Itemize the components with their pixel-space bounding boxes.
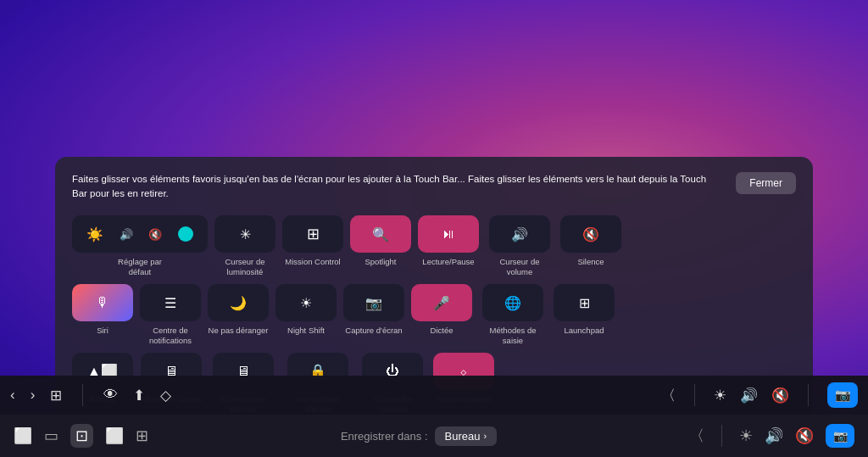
touch-bar-left: ‹ › ⊞ 👁 ⬆ ◇ (10, 384, 661, 406)
launchpad-icon: ⊞ (579, 295, 590, 311)
centre-notif-icon-box: ☰ (140, 284, 201, 321)
dnd-icon-box: 🌙 (208, 284, 269, 321)
view-icon-2[interactable]: ▭ (44, 426, 58, 445)
night-shift-icon: ☀ (300, 295, 312, 311)
view-icon-3[interactable]: ⊡ (70, 424, 93, 448)
launchpad-icon-box: ⊞ (554, 284, 615, 321)
item-label: Ne pas déranger (209, 326, 269, 336)
chevron-right-icon: › (483, 431, 487, 441)
item-curseur-volume[interactable]: 🔊 Curseur de volume (486, 215, 554, 277)
item-mission-control[interactable]: ⊞ Mission Control (282, 215, 343, 267)
cyan-dot (178, 226, 193, 242)
item-silence[interactable]: 🔇 Silence (560, 215, 621, 267)
item-lecture-pause[interactable]: ⏯ Lecture/Pause (418, 215, 479, 267)
item-siri[interactable]: 🎙 Siri (72, 284, 133, 336)
bureau-button[interactable]: Bureau › (435, 426, 498, 446)
separator (808, 384, 809, 406)
volume-icon[interactable]: 🔊 (740, 387, 758, 404)
camera-icon: 📷 (365, 295, 382, 311)
camera-tb-button[interactable]: 📷 (826, 424, 854, 448)
item-label: Lecture/Pause (422, 257, 474, 267)
item-ne-pas-deranger[interactable]: 🌙 Ne pas déranger (208, 284, 269, 336)
item-label: Launchpad (564, 326, 604, 336)
item-label: Capture d'écran (345, 326, 402, 336)
volume-icon: 🔊 (120, 228, 133, 241)
chevron-left-icon[interactable]: 〈 (661, 386, 676, 405)
spotlight-icon: 🔍 (372, 226, 389, 242)
item-night-shift[interactable]: ☀ Night Shift (275, 284, 337, 336)
bureau-label: Bureau (445, 430, 481, 443)
moon-icon: 🌙 (230, 295, 247, 311)
taskbar: ⬜ ▭ ⊡ ⬜ ⊞ Enregistrer dans : Bureau › 〈 … (0, 415, 868, 457)
curseur-volume-icon-box: 🔊 (489, 215, 550, 253)
item-launchpad[interactable]: ⊞ Launchpad (554, 284, 615, 336)
capture-icon-box: 📷 (343, 284, 404, 321)
siri-icon: 🎙 (96, 295, 109, 310)
mute-tb-icon[interactable]: 🔇 (795, 426, 814, 445)
row-2: 🎙 Siri ☰ Centre denotifications 🌙 Ne pas… (72, 284, 796, 346)
brightness-icon[interactable]: ☀ (714, 387, 726, 404)
dictee-icon-box: 🎤 (411, 284, 472, 321)
mute-icon: 🔇 (582, 226, 599, 242)
item-methodes-saisie[interactable]: 🌐 Méthodes de saisie (479, 284, 547, 346)
play-pause-icon: ⏯ (442, 226, 455, 242)
item-spotlight[interactable]: 🔍 Spotlight (350, 215, 411, 267)
notifications-icon: ☰ (164, 295, 176, 311)
row-1: ☀️ 🔊 🔇 Réglage par défaut ✳ Curseur delu… (72, 215, 796, 277)
grid-icon[interactable]: ⊞ (50, 387, 62, 404)
spotlight-icon-box: 🔍 (350, 215, 411, 253)
item-dictee[interactable]: 🎤 Dictée (411, 284, 472, 336)
forward-arrow-icon[interactable]: › (31, 387, 36, 404)
eye-icon[interactable]: 👁 (103, 387, 118, 404)
item-reglage-defaut[interactable]: ☀️ 🔊 🔇 Réglage par défaut (72, 215, 208, 277)
camera-button[interactable]: 📷 (827, 382, 858, 408)
item-capture-ecran[interactable]: 📷 Capture d'écran (343, 284, 404, 336)
item-label: Curseur de volume (486, 257, 554, 277)
siri-icon-box: 🎙 (72, 284, 133, 321)
save-label: Enregistrer dans : (341, 430, 428, 443)
item-label: Silence (577, 257, 604, 267)
brightness-icon: ☀️ (86, 226, 103, 242)
share-icon[interactable]: ⬆ (133, 387, 145, 404)
item-label: Méthodes de saisie (479, 326, 547, 346)
item-curseur-luminosite[interactable]: ✳ Curseur deluminosité (214, 215, 275, 277)
mission-control-icon-box: ⊞ (282, 215, 343, 253)
view-icon-5[interactable]: ⊞ (136, 426, 148, 445)
item-label: Mission Control (285, 257, 340, 267)
item-label: Night Shift (287, 326, 325, 336)
globe-icon: 🌐 (504, 295, 521, 311)
brightness-tb-icon[interactable]: ☀ (739, 426, 753, 445)
volume-slider-icon: 🔊 (511, 226, 528, 242)
item-label: Spotlight (365, 257, 397, 267)
silence-icon-box: 🔇 (560, 215, 621, 253)
separator (694, 384, 695, 406)
separator (82, 384, 83, 406)
taskbar-left: ⬜ ▭ ⊡ ⬜ ⊞ (14, 424, 148, 448)
view-icon-1[interactable]: ⬜ (14, 426, 32, 445)
tag-icon[interactable]: ◇ (160, 387, 171, 404)
close-button[interactable]: Fermer (736, 172, 796, 194)
mic-icon: 🎤 (433, 295, 450, 311)
item-label: Réglage par défaut (106, 257, 174, 277)
curseur-luminosite-icon-box: ✳ (214, 215, 275, 253)
taskbar-center: Enregistrer dans : Bureau › (148, 426, 689, 446)
methodes-icon-box: 🌐 (482, 284, 543, 321)
mute-icon[interactable]: 🔇 (771, 387, 789, 404)
night-shift-icon-box: ☀ (275, 284, 337, 321)
reglage-icon-box: ☀️ 🔊 🔇 (72, 215, 208, 253)
item-label: Centre denotifications (149, 326, 192, 346)
volume-tb-icon[interactable]: 🔊 (765, 426, 783, 445)
item-label: Curseur deluminosité (225, 257, 265, 277)
item-label: Dictée (431, 326, 453, 336)
info-text: Faites glisser vos éléments favoris jusq… (72, 172, 722, 200)
taskbar-right: 〈 ☀ 🔊 🔇 📷 (689, 424, 854, 448)
info-row: Faites glisser vos éléments favoris jusq… (72, 172, 796, 200)
mute-icon: 🔇 (148, 228, 162, 241)
touch-bar: ‹ › ⊞ 👁 ⬆ ◇ 〈 ☀ 🔊 🔇 📷 (0, 376, 868, 415)
mission-control-icon: ⊞ (307, 225, 320, 243)
touch-bar-right: 〈 ☀ 🔊 🔇 📷 (661, 382, 858, 408)
view-icon-4[interactable]: ⬜ (105, 426, 124, 445)
item-centre-notifications[interactable]: ☰ Centre denotifications (140, 284, 201, 346)
chevron-left-tb-icon[interactable]: 〈 (689, 426, 704, 446)
back-arrow-icon[interactable]: ‹ (10, 387, 15, 404)
